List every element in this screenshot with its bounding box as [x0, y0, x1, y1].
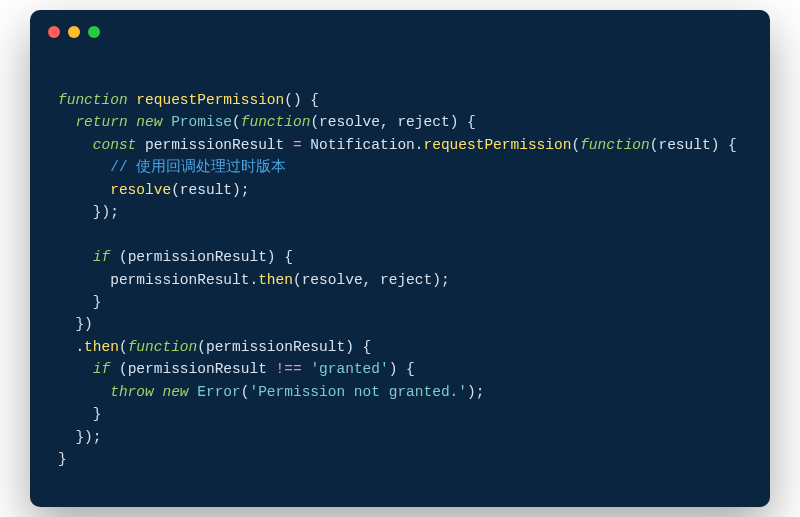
- code-token: });: [58, 429, 102, 445]
- code-token: function: [58, 92, 136, 108]
- code-token: [58, 182, 110, 198]
- code-token: function: [580, 137, 650, 153]
- code-line: });: [58, 426, 742, 448]
- code-token: (: [310, 114, 319, 130]
- code-line: });: [58, 201, 742, 223]
- code-token: // 使用回调处理过时版本: [110, 159, 286, 175]
- code-token: }: [58, 406, 102, 422]
- code-token: ) {: [267, 249, 293, 265]
- code-token: return new: [75, 114, 171, 130]
- code-token: }: [58, 294, 102, 310]
- code-line: return new Promise(function(resolve, rej…: [58, 111, 742, 133]
- code-token: (: [119, 249, 128, 265]
- code-token: 'granted': [310, 361, 388, 377]
- code-token: function: [128, 339, 198, 355]
- code-token: [58, 361, 93, 377]
- code-token: if: [93, 249, 119, 265]
- code-token: 'Permission not granted.': [249, 384, 467, 400]
- code-line: permissionResult.then(resolve, reject);: [58, 269, 742, 291]
- code-token: (: [171, 182, 180, 198]
- code-token: [284, 137, 293, 153]
- code-token: reject: [397, 114, 449, 130]
- code-token: [58, 384, 110, 400]
- code-token: ) {: [711, 137, 737, 153]
- close-icon[interactable]: [48, 26, 60, 38]
- titlebar: [30, 10, 770, 54]
- code-token: [58, 137, 93, 153]
- code-token: [267, 361, 276, 377]
- code-token: ) {: [389, 361, 415, 377]
- code-token: resolve: [319, 114, 380, 130]
- code-token: [58, 159, 110, 175]
- code-token: ,: [380, 114, 397, 130]
- code-line: }: [58, 403, 742, 425]
- code-token: const: [93, 137, 145, 153]
- code-line: if (permissionResult) {: [58, 246, 742, 268]
- code-token: [58, 272, 110, 288]
- code-token: (: [119, 361, 128, 377]
- code-token: throw new: [110, 384, 197, 400]
- code-line: resolve(result);: [58, 179, 742, 201]
- code-token: );: [467, 384, 484, 400]
- code-line: // 使用回调处理过时版本: [58, 156, 742, 178]
- code-token: then: [84, 339, 119, 355]
- code-token: Notification.: [302, 137, 424, 153]
- code-line: if (permissionResult !== 'granted') {: [58, 358, 742, 380]
- minimize-icon[interactable]: [68, 26, 80, 38]
- code-token: result: [180, 182, 232, 198]
- code-token: permissionResult: [128, 249, 267, 265]
- code-token: resolve: [110, 182, 171, 198]
- code-token: (: [232, 114, 241, 130]
- code-token: permissionResult: [128, 361, 267, 377]
- code-token: }): [58, 316, 93, 332]
- code-token: );: [232, 182, 249, 198]
- code-token: requestPermission: [424, 137, 572, 153]
- code-line: }: [58, 448, 742, 470]
- code-token: }: [58, 451, 67, 467]
- code-token: then: [258, 272, 293, 288]
- code-token: ) {: [450, 114, 476, 130]
- code-token: [58, 114, 75, 130]
- code-token: });: [58, 204, 119, 220]
- code-token: (: [119, 339, 128, 355]
- code-token: Error: [197, 384, 241, 400]
- code-token: reject: [380, 272, 432, 288]
- code-token: =: [293, 137, 302, 153]
- code-token: Promise: [171, 114, 232, 130]
- code-token: (: [197, 339, 206, 355]
- code-token: requestPermission: [136, 92, 284, 108]
- code-token: (: [293, 272, 302, 288]
- code-window: function requestPermission() { return ne…: [30, 10, 770, 506]
- code-token: !==: [276, 361, 302, 377]
- code-token: .: [58, 339, 84, 355]
- code-token: resolve: [302, 272, 363, 288]
- code-line: [58, 66, 742, 88]
- code-token: ) {: [345, 339, 371, 355]
- code-token: if: [93, 361, 119, 377]
- code-token: permissionResult: [206, 339, 345, 355]
- code-line: throw new Error('Permission not granted.…: [58, 381, 742, 403]
- code-token: result: [658, 137, 710, 153]
- code-token: (: [571, 137, 580, 153]
- code-line: .then(function(permissionResult) {: [58, 336, 742, 358]
- code-token: () {: [284, 92, 319, 108]
- code-line: [58, 224, 742, 246]
- zoom-icon[interactable]: [88, 26, 100, 38]
- code-token: );: [432, 272, 449, 288]
- code-line: }): [58, 313, 742, 335]
- code-token: permissionResult: [145, 137, 284, 153]
- code-token: ,: [363, 272, 380, 288]
- code-line: }: [58, 291, 742, 313]
- code-block: function requestPermission() { return ne…: [30, 54, 770, 506]
- code-token: permissionResult: [110, 272, 249, 288]
- code-token: function: [241, 114, 311, 130]
- code-line: function requestPermission() {: [58, 89, 742, 111]
- code-token: [58, 249, 93, 265]
- code-line: const permissionResult = Notification.re…: [58, 134, 742, 156]
- code-token: .: [249, 272, 258, 288]
